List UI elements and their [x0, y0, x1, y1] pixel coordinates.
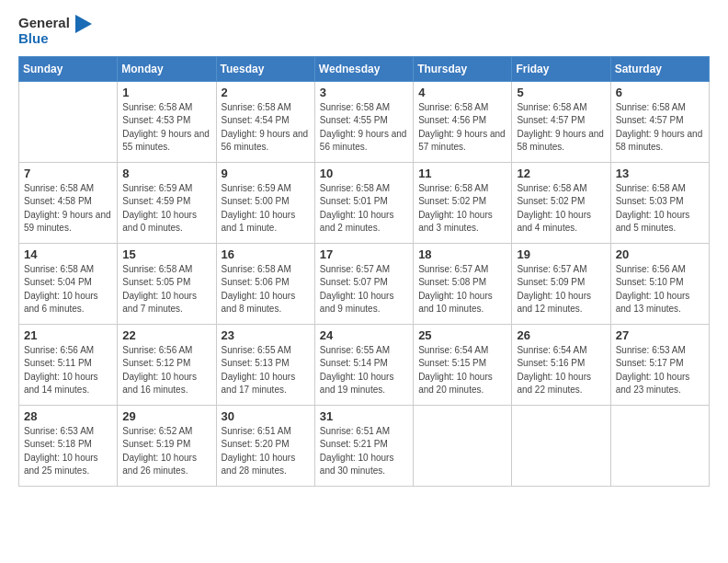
calendar-cell: 11Sunrise: 6:58 AMSunset: 5:02 PMDayligh… — [414, 162, 512, 243]
calendar-cell: 30Sunrise: 6:51 AMSunset: 5:20 PMDayligh… — [216, 405, 314, 486]
calendar-cell: 21Sunrise: 6:56 AMSunset: 5:11 PMDayligh… — [19, 324, 118, 405]
calendar-week-row: 1Sunrise: 6:58 AMSunset: 4:53 PMDaylight… — [19, 81, 710, 162]
day-number: 2 — [222, 86, 310, 99]
calendar-week-row: 28Sunrise: 6:53 AMSunset: 5:18 PMDayligh… — [19, 405, 710, 486]
weekday-header-row: SundayMondayTuesdayWednesdayThursdayFrid… — [19, 56, 710, 81]
calendar-cell: 24Sunrise: 6:55 AMSunset: 5:14 PMDayligh… — [314, 324, 413, 405]
day-number: 31 — [320, 409, 408, 423]
day-number: 8 — [122, 167, 210, 180]
day-info: Sunrise: 6:58 AMSunset: 5:02 PMDaylight:… — [418, 182, 506, 236]
weekday-header-sunday: Sunday — [19, 56, 118, 81]
calendar-cell — [610, 405, 709, 486]
day-info: Sunrise: 6:57 AMSunset: 5:09 PMDaylight:… — [517, 263, 605, 316]
day-info: Sunrise: 6:58 AMSunset: 5:03 PMDaylight:… — [616, 182, 704, 236]
page-header: GeneralBlue — [18, 15, 710, 47]
weekday-header-monday: Monday — [118, 56, 216, 81]
calendar-cell: 10Sunrise: 6:58 AMSunset: 5:01 PMDayligh… — [314, 162, 413, 243]
day-number: 27 — [616, 328, 704, 342]
day-info: Sunrise: 6:58 AMSunset: 5:01 PMDaylight:… — [320, 182, 408, 236]
day-info: Sunrise: 6:54 AMSunset: 5:15 PMDaylight:… — [418, 344, 506, 397]
day-number: 22 — [122, 328, 210, 342]
day-number: 3 — [320, 86, 408, 99]
calendar-cell: 20Sunrise: 6:56 AMSunset: 5:10 PMDayligh… — [610, 243, 709, 324]
day-number: 30 — [222, 409, 310, 423]
day-number: 10 — [320, 167, 408, 180]
day-number: 23 — [222, 328, 310, 342]
day-info: Sunrise: 6:58 AMSunset: 4:55 PMDaylight:… — [320, 101, 408, 155]
day-info: Sunrise: 6:53 AMSunset: 5:17 PMDaylight:… — [616, 344, 704, 397]
day-number: 19 — [517, 247, 605, 261]
calendar-cell: 17Sunrise: 6:57 AMSunset: 5:07 PMDayligh… — [314, 243, 413, 324]
calendar-cell: 19Sunrise: 6:57 AMSunset: 5:09 PMDayligh… — [512, 243, 610, 324]
calendar-cell: 27Sunrise: 6:53 AMSunset: 5:17 PMDayligh… — [610, 324, 709, 405]
weekday-header-friday: Friday — [512, 56, 610, 81]
calendar-cell: 25Sunrise: 6:54 AMSunset: 5:15 PMDayligh… — [414, 324, 512, 405]
day-number: 17 — [320, 247, 408, 261]
day-info: Sunrise: 6:58 AMSunset: 4:57 PMDaylight:… — [616, 101, 704, 155]
calendar-cell: 22Sunrise: 6:56 AMSunset: 5:12 PMDayligh… — [118, 324, 216, 405]
calendar-cell: 2Sunrise: 6:58 AMSunset: 4:54 PMDaylight… — [216, 81, 314, 162]
day-number: 7 — [24, 167, 112, 180]
day-info: Sunrise: 6:58 AMSunset: 4:57 PMDaylight:… — [517, 101, 605, 155]
calendar-cell: 13Sunrise: 6:58 AMSunset: 5:03 PMDayligh… — [610, 162, 709, 243]
calendar-table: SundayMondayTuesdayWednesdayThursdayFrid… — [18, 56, 710, 487]
calendar-cell: 16Sunrise: 6:58 AMSunset: 5:06 PMDayligh… — [216, 243, 314, 324]
day-info: Sunrise: 6:59 AMSunset: 5:00 PMDaylight:… — [222, 182, 310, 236]
calendar-cell: 15Sunrise: 6:58 AMSunset: 5:05 PMDayligh… — [118, 243, 216, 324]
day-info: Sunrise: 6:52 AMSunset: 5:19 PMDaylight:… — [122, 425, 210, 478]
calendar-cell: 28Sunrise: 6:53 AMSunset: 5:18 PMDayligh… — [19, 405, 118, 486]
day-number: 24 — [320, 328, 408, 342]
logo-text: GeneralBlue — [18, 15, 70, 47]
day-number: 26 — [517, 328, 605, 342]
day-info: Sunrise: 6:58 AMSunset: 4:53 PMDaylight:… — [122, 101, 210, 155]
day-info: Sunrise: 6:55 AMSunset: 5:13 PMDaylight:… — [222, 344, 310, 397]
day-info: Sunrise: 6:58 AMSunset: 5:02 PMDaylight:… — [517, 182, 605, 236]
calendar-cell: 14Sunrise: 6:58 AMSunset: 5:04 PMDayligh… — [19, 243, 118, 324]
day-info: Sunrise: 6:58 AMSunset: 4:56 PMDaylight:… — [418, 101, 506, 155]
weekday-header-wednesday: Wednesday — [314, 56, 413, 81]
day-info: Sunrise: 6:56 AMSunset: 5:12 PMDaylight:… — [122, 344, 210, 397]
day-number: 1 — [122, 86, 210, 99]
calendar-cell — [512, 405, 610, 486]
calendar-cell: 29Sunrise: 6:52 AMSunset: 5:19 PMDayligh… — [118, 405, 216, 486]
day-info: Sunrise: 6:58 AMSunset: 4:58 PMDaylight:… — [24, 182, 112, 236]
day-number: 12 — [517, 167, 605, 180]
day-info: Sunrise: 6:57 AMSunset: 5:08 PMDaylight:… — [418, 263, 506, 316]
calendar-cell — [414, 405, 512, 486]
calendar-cell: 1Sunrise: 6:58 AMSunset: 4:53 PMDaylight… — [118, 81, 216, 162]
calendar-cell: 23Sunrise: 6:55 AMSunset: 5:13 PMDayligh… — [216, 324, 314, 405]
day-info: Sunrise: 6:56 AMSunset: 5:10 PMDaylight:… — [616, 263, 704, 316]
day-info: Sunrise: 6:54 AMSunset: 5:16 PMDaylight:… — [517, 344, 605, 397]
day-number: 5 — [517, 86, 605, 99]
day-number: 14 — [24, 247, 112, 261]
day-info: Sunrise: 6:58 AMSunset: 5:05 PMDaylight:… — [122, 263, 210, 316]
logo-arrow-icon — [75, 15, 92, 46]
day-number: 4 — [418, 86, 506, 99]
day-number: 25 — [418, 328, 506, 342]
calendar-cell: 9Sunrise: 6:59 AMSunset: 5:00 PMDaylight… — [216, 162, 314, 243]
day-number: 29 — [122, 409, 210, 423]
day-number: 21 — [24, 328, 112, 342]
day-info: Sunrise: 6:56 AMSunset: 5:11 PMDaylight:… — [24, 344, 112, 397]
day-number: 16 — [222, 247, 310, 261]
calendar-cell: 6Sunrise: 6:58 AMSunset: 4:57 PMDaylight… — [610, 81, 709, 162]
day-info: Sunrise: 6:55 AMSunset: 5:14 PMDaylight:… — [320, 344, 408, 397]
day-number: 28 — [24, 409, 112, 423]
calendar-week-row: 21Sunrise: 6:56 AMSunset: 5:11 PMDayligh… — [19, 324, 710, 405]
day-number: 11 — [418, 167, 506, 180]
calendar-cell: 8Sunrise: 6:59 AMSunset: 4:59 PMDaylight… — [118, 162, 216, 243]
weekday-header-tuesday: Tuesday — [216, 56, 314, 81]
day-number: 6 — [616, 86, 704, 99]
calendar-cell: 4Sunrise: 6:58 AMSunset: 4:56 PMDaylight… — [414, 81, 512, 162]
day-info: Sunrise: 6:58 AMSunset: 5:06 PMDaylight:… — [222, 263, 310, 316]
weekday-header-saturday: Saturday — [610, 56, 709, 81]
day-number: 18 — [418, 247, 506, 261]
day-number: 15 — [122, 247, 210, 261]
calendar-cell: 31Sunrise: 6:51 AMSunset: 5:21 PMDayligh… — [314, 405, 413, 486]
day-number: 20 — [616, 247, 704, 261]
day-info: Sunrise: 6:58 AMSunset: 5:04 PMDaylight:… — [24, 263, 112, 316]
calendar-cell: 18Sunrise: 6:57 AMSunset: 5:08 PMDayligh… — [414, 243, 512, 324]
day-info: Sunrise: 6:53 AMSunset: 5:18 PMDaylight:… — [24, 425, 112, 478]
calendar-cell: 5Sunrise: 6:58 AMSunset: 4:57 PMDaylight… — [512, 81, 610, 162]
calendar-week-row: 14Sunrise: 6:58 AMSunset: 5:04 PMDayligh… — [19, 243, 710, 324]
